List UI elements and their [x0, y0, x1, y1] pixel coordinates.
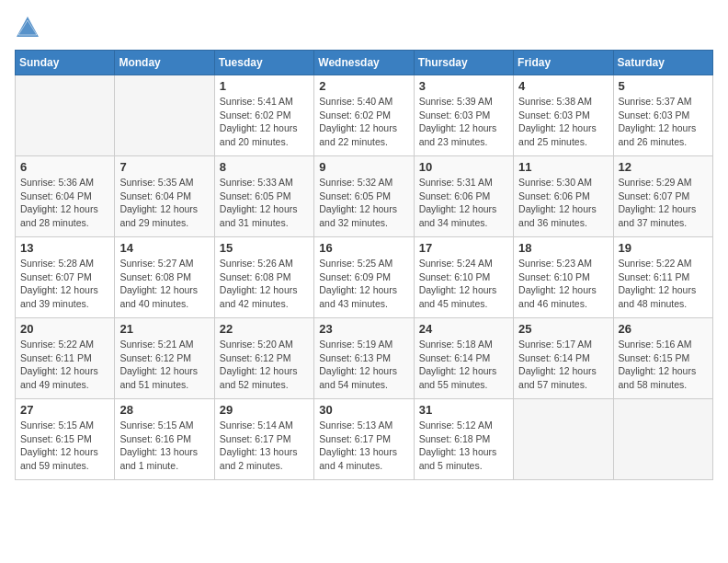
calendar-day-cell: 11Sunrise: 5:30 AMSunset: 6:06 PMDayligh… [514, 156, 613, 237]
weekday-header: Wednesday [314, 51, 414, 75]
calendar-day-cell: 26Sunrise: 5:16 AMSunset: 6:15 PMDayligh… [613, 318, 712, 399]
day-number: 13 [20, 241, 109, 255]
day-info: Sunrise: 5:38 AMSunset: 6:03 PMDaylight:… [518, 95, 608, 149]
weekday-header: Saturday [613, 51, 712, 75]
day-number: 15 [220, 241, 309, 255]
calendar-day-cell: 15Sunrise: 5:26 AMSunset: 6:08 PMDayligh… [214, 237, 313, 318]
calendar-day-cell [115, 75, 214, 156]
calendar-week-row: 6Sunrise: 5:36 AMSunset: 6:04 PMDaylight… [16, 156, 713, 237]
day-number: 27 [20, 403, 109, 417]
calendar-header-row: SundayMondayTuesdayWednesdayThursdayFrid… [16, 51, 713, 75]
calendar-day-cell: 28Sunrise: 5:15 AMSunset: 6:16 PMDayligh… [115, 399, 214, 480]
day-info: Sunrise: 5:35 AMSunset: 6:04 PMDaylight:… [119, 176, 209, 230]
day-info: Sunrise: 5:16 AMSunset: 6:15 PMDaylight:… [619, 338, 708, 392]
day-info: Sunrise: 5:26 AMSunset: 6:08 PMDaylight:… [220, 257, 309, 311]
calendar-day-cell: 29Sunrise: 5:14 AMSunset: 6:17 PMDayligh… [214, 399, 313, 480]
day-info: Sunrise: 5:33 AMSunset: 6:05 PMDaylight:… [220, 176, 309, 230]
calendar-day-cell: 14Sunrise: 5:27 AMSunset: 6:08 PMDayligh… [115, 237, 214, 318]
day-number: 5 [619, 79, 708, 93]
calendar-day-cell: 23Sunrise: 5:19 AMSunset: 6:13 PMDayligh… [314, 318, 414, 399]
calendar-day-cell: 5Sunrise: 5:37 AMSunset: 6:03 PMDaylight… [613, 75, 712, 156]
calendar-day-cell: 13Sunrise: 5:28 AMSunset: 6:07 PMDayligh… [16, 237, 115, 318]
day-number: 14 [119, 241, 209, 255]
day-info: Sunrise: 5:17 AMSunset: 6:14 PMDaylight:… [518, 338, 608, 392]
calendar-day-cell: 16Sunrise: 5:25 AMSunset: 6:09 PMDayligh… [314, 237, 414, 318]
calendar-week-row: 27Sunrise: 5:15 AMSunset: 6:15 PMDayligh… [16, 399, 713, 480]
calendar-day-cell: 31Sunrise: 5:12 AMSunset: 6:18 PMDayligh… [414, 399, 513, 480]
day-number: 20 [20, 322, 109, 336]
calendar-day-cell: 9Sunrise: 5:32 AMSunset: 6:05 PMDaylight… [314, 156, 414, 237]
day-number: 19 [619, 241, 708, 255]
calendar-day-cell: 10Sunrise: 5:31 AMSunset: 6:06 PMDayligh… [414, 156, 513, 237]
day-info: Sunrise: 5:15 AMSunset: 6:15 PMDaylight:… [20, 419, 109, 473]
weekday-header: Thursday [414, 51, 513, 75]
calendar-day-cell [16, 75, 115, 156]
day-number: 2 [319, 79, 408, 93]
day-info: Sunrise: 5:22 AMSunset: 6:11 PMDaylight:… [619, 257, 708, 311]
calendar-week-row: 20Sunrise: 5:22 AMSunset: 6:11 PMDayligh… [16, 318, 713, 399]
day-info: Sunrise: 5:31 AMSunset: 6:06 PMDaylight:… [419, 176, 508, 230]
day-number: 1 [220, 79, 309, 93]
day-info: Sunrise: 5:27 AMSunset: 6:08 PMDaylight:… [119, 257, 209, 311]
day-info: Sunrise: 5:24 AMSunset: 6:10 PMDaylight:… [419, 257, 508, 311]
day-number: 17 [419, 241, 508, 255]
calendar-day-cell: 7Sunrise: 5:35 AMSunset: 6:04 PMDaylight… [115, 156, 214, 237]
logo-icon [15, 15, 40, 40]
calendar-day-cell: 1Sunrise: 5:41 AMSunset: 6:02 PMDaylight… [214, 75, 313, 156]
day-info: Sunrise: 5:18 AMSunset: 6:14 PMDaylight:… [419, 338, 508, 392]
calendar-day-cell: 18Sunrise: 5:23 AMSunset: 6:10 PMDayligh… [514, 237, 613, 318]
day-number: 18 [518, 241, 608, 255]
calendar-day-cell [514, 399, 613, 480]
day-info: Sunrise: 5:25 AMSunset: 6:09 PMDaylight:… [319, 257, 408, 311]
day-number: 11 [518, 160, 608, 174]
page-header [15, 15, 713, 40]
day-number: 3 [419, 79, 508, 93]
day-number: 31 [419, 403, 508, 417]
calendar-day-cell: 30Sunrise: 5:13 AMSunset: 6:17 PMDayligh… [314, 399, 414, 480]
day-number: 24 [419, 322, 508, 336]
day-number: 6 [20, 160, 109, 174]
calendar-day-cell: 12Sunrise: 5:29 AMSunset: 6:07 PMDayligh… [613, 156, 712, 237]
day-number: 8 [220, 160, 309, 174]
day-number: 30 [319, 403, 408, 417]
day-number: 9 [319, 160, 408, 174]
calendar-table: SundayMondayTuesdayWednesdayThursdayFrid… [15, 50, 713, 480]
day-number: 21 [119, 322, 209, 336]
day-number: 12 [619, 160, 708, 174]
day-info: Sunrise: 5:13 AMSunset: 6:17 PMDaylight:… [319, 419, 408, 473]
day-number: 16 [319, 241, 408, 255]
calendar-day-cell: 8Sunrise: 5:33 AMSunset: 6:05 PMDaylight… [214, 156, 313, 237]
calendar-day-cell: 2Sunrise: 5:40 AMSunset: 6:02 PMDaylight… [314, 75, 414, 156]
calendar-day-cell: 20Sunrise: 5:22 AMSunset: 6:11 PMDayligh… [16, 318, 115, 399]
day-info: Sunrise: 5:19 AMSunset: 6:13 PMDaylight:… [319, 338, 408, 392]
weekday-header: Monday [115, 51, 214, 75]
day-info: Sunrise: 5:39 AMSunset: 6:03 PMDaylight:… [419, 95, 508, 149]
calendar-day-cell: 17Sunrise: 5:24 AMSunset: 6:10 PMDayligh… [414, 237, 513, 318]
day-info: Sunrise: 5:12 AMSunset: 6:18 PMDaylight:… [419, 419, 508, 473]
calendar-day-cell: 22Sunrise: 5:20 AMSunset: 6:12 PMDayligh… [214, 318, 313, 399]
day-info: Sunrise: 5:21 AMSunset: 6:12 PMDaylight:… [119, 338, 209, 392]
weekday-header: Friday [514, 51, 613, 75]
day-number: 28 [119, 403, 209, 417]
calendar-week-row: 1Sunrise: 5:41 AMSunset: 6:02 PMDaylight… [16, 75, 713, 156]
day-number: 7 [119, 160, 209, 174]
day-info: Sunrise: 5:20 AMSunset: 6:12 PMDaylight:… [220, 338, 309, 392]
day-number: 23 [319, 322, 408, 336]
calendar-day-cell [613, 399, 712, 480]
day-info: Sunrise: 5:36 AMSunset: 6:04 PMDaylight:… [20, 176, 109, 230]
logo [15, 15, 44, 40]
calendar-day-cell: 24Sunrise: 5:18 AMSunset: 6:14 PMDayligh… [414, 318, 513, 399]
day-number: 4 [518, 79, 608, 93]
calendar-day-cell: 25Sunrise: 5:17 AMSunset: 6:14 PMDayligh… [514, 318, 613, 399]
weekday-header: Tuesday [214, 51, 313, 75]
day-number: 29 [220, 403, 309, 417]
calendar-day-cell: 21Sunrise: 5:21 AMSunset: 6:12 PMDayligh… [115, 318, 214, 399]
calendar-day-cell: 4Sunrise: 5:38 AMSunset: 6:03 PMDaylight… [514, 75, 613, 156]
day-number: 10 [419, 160, 508, 174]
calendar-day-cell: 6Sunrise: 5:36 AMSunset: 6:04 PMDaylight… [16, 156, 115, 237]
calendar-day-cell: 3Sunrise: 5:39 AMSunset: 6:03 PMDaylight… [414, 75, 513, 156]
day-info: Sunrise: 5:14 AMSunset: 6:17 PMDaylight:… [220, 419, 309, 473]
day-number: 26 [619, 322, 708, 336]
day-info: Sunrise: 5:41 AMSunset: 6:02 PMDaylight:… [220, 95, 309, 149]
day-number: 22 [220, 322, 309, 336]
